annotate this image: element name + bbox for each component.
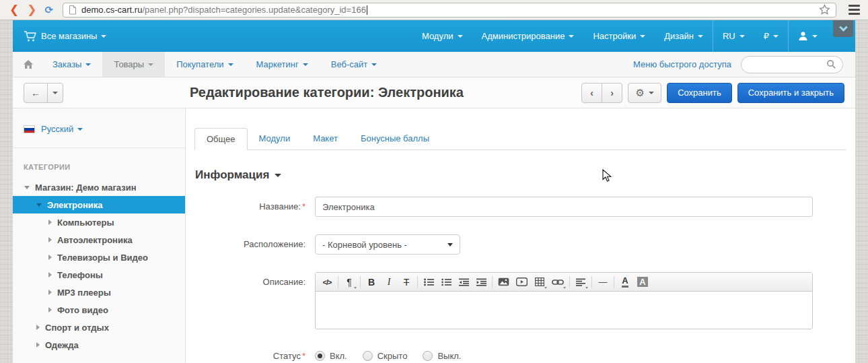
tree-item-photo-video[interactable]: Фото видео	[13, 301, 185, 319]
collapsed-caret-icon[interactable]	[48, 307, 52, 312]
tree-item-electronics[interactable]: Электроника	[13, 196, 185, 213]
status-radio-disabled[interactable]: Выкл.	[423, 351, 461, 361]
nav-item-marketing[interactable]: Маркетинг	[245, 52, 320, 77]
tree-item-computers[interactable]: Компьютеры	[13, 213, 185, 231]
chevron-down-icon	[458, 35, 463, 38]
location-select[interactable]: - Корневой уровень -	[315, 234, 460, 255]
nav-item-orders[interactable]: Заказы	[41, 52, 102, 77]
tab-layout[interactable]: Макет	[301, 128, 349, 150]
back-button[interactable]: ←	[24, 83, 48, 103]
tree-item-label: Электроника	[47, 200, 103, 210]
bold-icon[interactable]: B	[363, 273, 380, 292]
tree-item-clothes[interactable]: Одежда	[13, 336, 185, 354]
information-section-header[interactable]: Информация	[195, 168, 846, 182]
quick-access-menu-link[interactable]: Меню быстрого доступа	[633, 59, 731, 69]
alignment-icon[interactable]	[572, 273, 589, 292]
italic-icon[interactable]: I	[380, 273, 398, 292]
horizontal-rule-icon[interactable]: —	[594, 273, 612, 292]
tree-item-demo-store[interactable]: Магазин: Демо магазин	[13, 178, 185, 196]
radio-checked-icon[interactable]	[315, 351, 325, 361]
save-and-close-button[interactable]: Сохранить и закрыть	[737, 83, 844, 103]
expand-caret-icon[interactable]	[24, 186, 30, 189]
unordered-list-icon[interactable]	[420, 273, 437, 292]
status-radio-active[interactable]: Вкл.	[315, 351, 347, 361]
divider	[614, 276, 614, 288]
settings-dropdown-button[interactable]: ⚙	[628, 83, 661, 103]
topbar-item-modules[interactable]: Модули	[412, 20, 472, 52]
admin-topbar: Все магазины Модули Администрирование На…	[13, 20, 855, 52]
tree-item-sport-rest[interactable]: Спорт и отдых	[13, 319, 185, 336]
content-language-selector[interactable]: Русский	[41, 124, 83, 134]
currency-selector[interactable]: ₽	[754, 20, 788, 52]
description-textarea[interactable]	[316, 292, 812, 329]
search-input[interactable]	[741, 56, 843, 73]
gear-icon: ⚙	[635, 87, 644, 99]
status-radio-hidden[interactable]: Скрыто	[363, 351, 408, 361]
tree-item-car-electronics[interactable]: Автоэлектроника	[13, 231, 185, 249]
name-input[interactable]	[315, 197, 813, 217]
strikethrough-icon[interactable]: T	[398, 273, 415, 292]
tab-general[interactable]: Общее	[194, 128, 248, 150]
radio-unchecked-icon[interactable]	[363, 351, 373, 361]
store-selector[interactable]: Все магазины	[24, 20, 106, 52]
background-color-icon[interactable]: A	[634, 273, 651, 292]
ordered-list-icon[interactable]	[437, 273, 455, 292]
nav-item-products[interactable]: Товары	[102, 52, 165, 77]
prev-next-group: ‹ ›	[581, 83, 622, 103]
location-selected-value: - Корневой уровень -	[322, 240, 407, 250]
page-title: Редактирование категории: Электроника	[190, 85, 464, 100]
topbar-item-administration[interactable]: Администрирование	[472, 20, 584, 52]
tab-addons[interactable]: Модули	[248, 128, 302, 150]
save-button[interactable]: Сохранить	[667, 83, 732, 103]
paragraph-format-icon[interactable]: ¶	[340, 273, 358, 292]
collapsed-caret-icon[interactable]	[48, 255, 52, 260]
collapsed-caret-icon[interactable]	[48, 290, 52, 295]
divider	[417, 276, 418, 288]
back-button-group: ←	[24, 83, 63, 103]
nav-item-customers[interactable]: Покупатели	[165, 52, 244, 77]
collapsed-caret-icon[interactable]	[36, 325, 40, 330]
link-icon[interactable]	[548, 273, 567, 292]
address-bar[interactable]: demo.cs-cart.ru/panel.php?dispatch=categ…	[63, 3, 836, 18]
bookmark-star-icon[interactable]	[819, 4, 830, 15]
next-item-button[interactable]: ›	[602, 83, 622, 103]
collapsed-caret-icon[interactable]	[36, 342, 40, 348]
back-dropdown-button[interactable]	[47, 83, 63, 103]
outdent-icon[interactable]	[455, 273, 472, 292]
table-icon[interactable]	[531, 273, 548, 292]
tree-item-mp3-players[interactable]: MP3 плееры	[13, 284, 185, 301]
image-icon[interactable]	[495, 273, 513, 292]
radio-label: Скрыто	[377, 351, 408, 361]
language-selector[interactable]: RU	[713, 20, 754, 52]
description-editor: </> ¶ B I T	[315, 272, 813, 329]
url-path: /panel.php?dispatch=categories.update&ca…	[142, 5, 365, 15]
expand-caret-icon[interactable]	[36, 203, 42, 207]
collapse-topbar-button[interactable]	[833, 20, 853, 37]
tab-reward-points[interactable]: Бонусные баллы	[349, 128, 441, 150]
browser-reload-icon[interactable]: ⟳	[41, 4, 58, 16]
collapsed-caret-icon[interactable]	[48, 237, 52, 242]
browser-back-icon[interactable]: ❮	[5, 4, 23, 15]
home-button[interactable]	[15, 52, 41, 77]
nav-item-label: Заказы	[52, 59, 81, 69]
nav-item-website[interactable]: Веб-сайт	[320, 52, 388, 77]
previous-item-button[interactable]: ‹	[581, 83, 602, 103]
chevron-down-icon	[569, 35, 574, 38]
font-color-icon[interactable]: A	[616, 273, 634, 292]
radio-unchecked-icon[interactable]	[423, 351, 433, 361]
video-icon[interactable]	[513, 273, 531, 292]
tree-item-tv-video[interactable]: Телевизоры и Видео	[13, 249, 185, 266]
topbar-item-settings[interactable]: Настройки	[583, 20, 655, 52]
indent-icon[interactable]	[472, 273, 490, 292]
topbar-item-design[interactable]: Дизайн	[655, 20, 713, 52]
location-label: Расположение:	[194, 234, 305, 255]
topbar-item-label: Дизайн	[664, 31, 694, 41]
collapsed-caret-icon[interactable]	[48, 220, 52, 225]
code-icon[interactable]: </>	[318, 273, 336, 292]
chevron-down-icon	[77, 128, 83, 131]
topbar-item-label: Модули	[422, 31, 454, 41]
browser-forward-icon[interactable]: ❯	[23, 4, 40, 15]
collapsed-caret-icon[interactable]	[48, 272, 52, 277]
tree-item-phones[interactable]: Телефоны	[13, 266, 185, 284]
browser-menu-icon[interactable]	[846, 5, 863, 15]
